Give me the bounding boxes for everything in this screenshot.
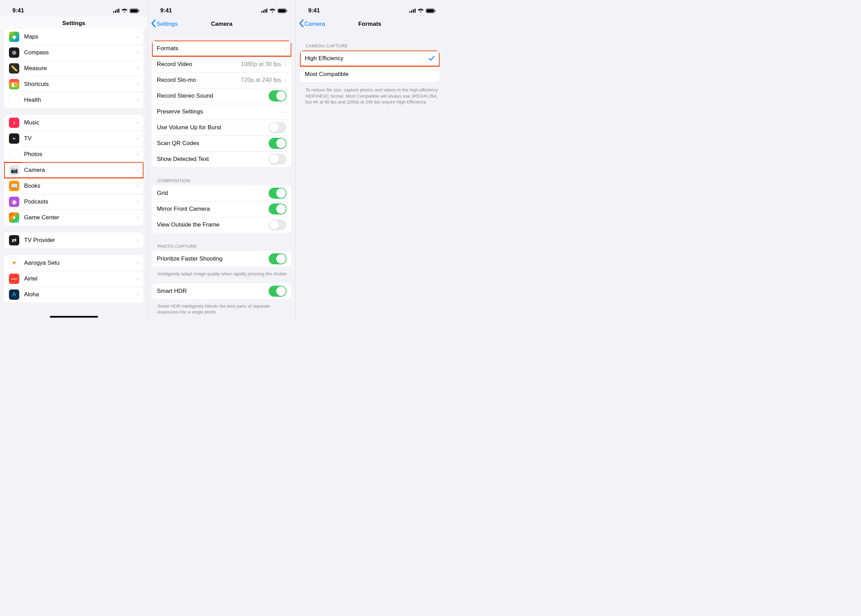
settings-row-maps[interactable]: ◆ Maps › [4, 29, 143, 45]
settings-group-a: ◆ Maps › ⊕ Compass › 📏 Measure › ◧ Short… [4, 29, 143, 108]
switch-qr-codes[interactable] [269, 138, 286, 149]
status-bar: 9:41 [148, 0, 296, 17]
settings-row-tvprovider[interactable]: ⇄ TV Provider › [4, 233, 143, 248]
home-indicator[interactable] [50, 316, 98, 317]
row-label: Preserve Settings [157, 108, 282, 115]
camera-row-prioritize-shooting: Prioritize Faster Shooting [152, 251, 291, 267]
row-label: Music [24, 119, 134, 126]
status-bar: 9:41 [0, 0, 148, 17]
chevron-left-icon [151, 20, 156, 29]
svg-rect-20 [435, 10, 436, 12]
settings-row-tv[interactable]: tv TV › [4, 130, 143, 146]
switch-grid[interactable] [269, 188, 286, 199]
settings-row-books[interactable]: 📖 Books › [4, 178, 143, 194]
switch-stereo-sound[interactable] [269, 90, 286, 101]
switch-volume-burst[interactable] [269, 122, 286, 133]
nav-header: Camera Formats [296, 17, 444, 31]
row-label: Record Stereo Sound [157, 93, 269, 99]
settings-group-d: ♥ Aarogya Setu › airtel Airtel › A Aloha… [4, 255, 143, 303]
chevron-right-icon: › [137, 259, 139, 266]
chevron-right-icon: › [137, 214, 139, 221]
formats-row-most-compatible[interactable]: Most Compatible [300, 66, 440, 82]
svg-rect-1 [115, 10, 116, 13]
back-button[interactable]: Settings [151, 20, 178, 29]
svg-rect-0 [113, 11, 114, 13]
battery-icon [426, 9, 436, 13]
switch-smart-hdr[interactable] [269, 286, 286, 297]
chevron-right-icon: › [285, 77, 286, 83]
health-icon: ♥ [9, 95, 19, 105]
camera-row-detected-text: Show Detected Text [152, 151, 291, 167]
chevron-right-icon: › [137, 198, 139, 205]
photos-icon: ❁ [9, 149, 19, 159]
row-label: High Efficiency [305, 55, 429, 62]
cellular-icon [261, 9, 267, 13]
settings-row-aarogya[interactable]: ♥ Aarogya Setu › [4, 255, 143, 271]
settings-row-camera[interactable]: 📷 Camera › [4, 162, 143, 178]
maps-icon: ◆ [9, 31, 19, 42]
camera-row-record-slomo[interactable]: Record Slo-mo 720p at 240 fps › [152, 72, 291, 88]
camera-row-grid: Grid [152, 185, 291, 201]
svg-rect-8 [263, 10, 264, 13]
music-icon: ♪ [9, 118, 19, 128]
settings-row-compass[interactable]: ⊕ Compass › [4, 45, 143, 61]
camera-row-formats[interactable]: Formats › [152, 41, 291, 57]
settings-row-shortcuts[interactable]: ◧ Shortcuts › [4, 76, 143, 92]
gamecenter-icon: ● [9, 212, 19, 223]
status-bar: 9:41 [296, 0, 444, 17]
settings-row-health[interactable]: ♥ Health › [4, 92, 143, 108]
cellular-icon [409, 9, 416, 13]
row-label: Shortcuts [24, 81, 134, 88]
settings-row-gamecenter[interactable]: ● Game Center › [4, 210, 143, 225]
settings-row-photos[interactable]: ❁ Photos › [4, 146, 143, 162]
checkmark-icon [429, 56, 435, 61]
chevron-right-icon: › [285, 108, 286, 115]
row-label: Compass [24, 49, 134, 56]
row-label: Show Detected Text [157, 156, 269, 163]
row-detail: 1080p at 30 fps [241, 61, 281, 68]
airtel-icon: airtel [9, 273, 19, 284]
settings-row-measure[interactable]: 📏 Measure › [4, 61, 143, 76]
settings-group-c: ⇄ TV Provider › [4, 233, 143, 248]
switch-prioritize-shooting[interactable] [269, 253, 286, 264]
row-label: Measure [24, 65, 134, 72]
camera-group-composition: Grid Mirror Front Camera View Outside th… [152, 185, 291, 233]
settings-row-podcasts[interactable]: ◉ Podcasts › [4, 194, 143, 210]
tv-icon: tv [9, 134, 19, 144]
chevron-right-icon: › [137, 65, 139, 72]
settings-row-aloha[interactable]: A Aloha › [4, 287, 143, 303]
svg-rect-9 [264, 9, 266, 13]
chevron-right-icon: › [137, 275, 139, 282]
aarogya-icon: ♥ [9, 258, 19, 268]
settings-row-music[interactable]: ♪ Music › [4, 115, 143, 130]
measure-icon: 📏 [9, 63, 19, 74]
row-label: Podcasts [24, 198, 134, 205]
row-label: Use Volume Up for Burst [157, 124, 269, 131]
aloha-icon: A [9, 289, 19, 300]
row-label: Most Compatible [305, 71, 435, 78]
row-label: Camera [24, 167, 134, 174]
svg-rect-14 [409, 11, 410, 13]
settings-row-airtel[interactable]: airtel Airtel › [4, 271, 143, 287]
status-indicators [409, 9, 436, 13]
svg-rect-6 [139, 10, 139, 12]
svg-rect-5 [131, 9, 138, 13]
switch-detected-text[interactable] [269, 154, 286, 165]
switch-mirror-front[interactable] [269, 203, 286, 215]
chevron-right-icon: › [137, 49, 139, 56]
camera-row-record-video[interactable]: Record Video 1080p at 30 fps › [152, 57, 291, 72]
formats-group: High Efficiency Most Compatible [300, 50, 440, 82]
row-label: Aarogya Setu [24, 259, 134, 266]
row-label: Photos [24, 151, 134, 158]
svg-rect-15 [411, 10, 412, 13]
back-button[interactable]: Camera [299, 20, 325, 29]
camera-icon: 📷 [9, 165, 19, 175]
row-label: TV Provider [24, 237, 134, 244]
camera-row-preserve-settings[interactable]: Preserve Settings › [152, 104, 291, 119]
nav-title-settings: Settings [0, 17, 148, 31]
switch-view-outside-frame[interactable] [269, 219, 286, 230]
svg-rect-10 [266, 9, 267, 13]
status-indicators [113, 9, 139, 13]
cellular-icon [113, 9, 120, 13]
formats-row-high-efficiency[interactable]: High Efficiency [300, 50, 440, 66]
